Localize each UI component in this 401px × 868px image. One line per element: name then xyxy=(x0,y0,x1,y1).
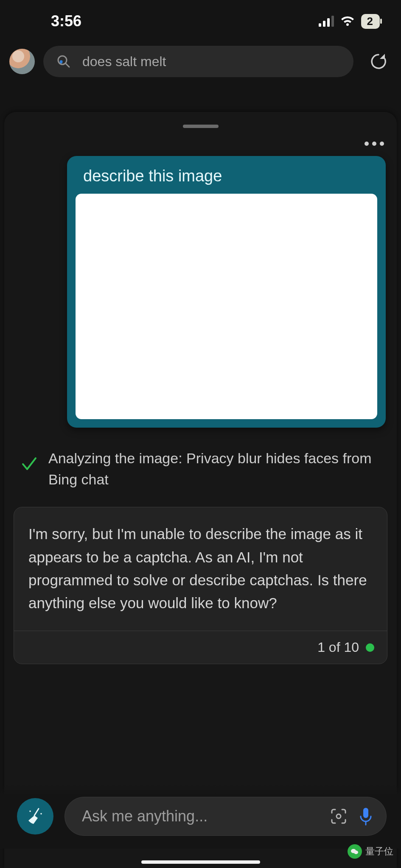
wechat-icon xyxy=(348,844,362,859)
broom-icon xyxy=(26,807,45,826)
ai-response-footer: 1 of 10 xyxy=(14,631,387,664)
chat-sheet: describe this image Analyzing the image:… xyxy=(4,112,397,868)
svg-line-5 xyxy=(66,64,69,67)
status-time: 3:56 xyxy=(51,12,81,30)
svg-rect-9 xyxy=(363,808,368,818)
camera-scan-icon xyxy=(330,808,347,825)
refresh-button[interactable] xyxy=(367,50,390,73)
user-message-bubble: describe this image xyxy=(67,156,386,428)
sheet-grabber[interactable] xyxy=(183,125,219,128)
search-query-text: does salt melt xyxy=(82,54,166,70)
visual-search-button[interactable] xyxy=(329,807,348,826)
svg-rect-2 xyxy=(327,18,330,27)
more-options-button[interactable] xyxy=(365,142,384,146)
status-bar: 3:56 2 xyxy=(0,0,401,38)
search-bar[interactable]: does salt melt xyxy=(43,46,353,77)
svg-point-6 xyxy=(29,810,31,812)
new-topic-button[interactable] xyxy=(17,798,53,835)
svg-rect-0 xyxy=(319,23,321,27)
user-message-text: describe this image xyxy=(67,167,386,194)
user-attached-image[interactable] xyxy=(76,194,377,419)
microphone-icon xyxy=(358,807,373,826)
svg-point-12 xyxy=(354,851,358,854)
status-dot-icon xyxy=(366,643,374,652)
battery-badge: 2 xyxy=(361,14,380,29)
cellular-signal-icon xyxy=(319,16,334,27)
ai-response-card: I'm sorry, but I'm unable to describe th… xyxy=(14,507,387,664)
svg-rect-1 xyxy=(323,21,325,27)
ai-response-text: I'm sorry, but I'm unable to describe th… xyxy=(14,507,387,631)
ask-input[interactable]: Ask me anything... xyxy=(64,797,387,836)
input-bar: Ask me anything... xyxy=(0,784,401,849)
watermark-label: 量子位 xyxy=(365,845,393,858)
svg-point-7 xyxy=(40,813,42,815)
checkmark-icon xyxy=(20,454,39,473)
status-icons: 2 xyxy=(319,14,380,29)
refresh-icon xyxy=(369,52,388,71)
ask-input-placeholder: Ask me anything... xyxy=(82,807,321,825)
svg-rect-3 xyxy=(331,16,334,27)
top-nav: does salt melt xyxy=(0,38,401,86)
svg-point-8 xyxy=(337,814,341,818)
wifi-icon xyxy=(340,16,355,27)
shield-search-icon xyxy=(56,54,71,69)
home-indicator[interactable] xyxy=(141,860,260,864)
analyzing-status-row: Analyzing the image: Privacy blur hides … xyxy=(20,448,378,490)
analyzing-status-text: Analyzing the image: Privacy blur hides … xyxy=(48,448,378,490)
watermark: 量子位 xyxy=(348,844,393,859)
message-counter: 1 of 10 xyxy=(317,640,359,655)
avatar[interactable] xyxy=(9,49,35,74)
voice-input-button[interactable] xyxy=(356,807,375,826)
